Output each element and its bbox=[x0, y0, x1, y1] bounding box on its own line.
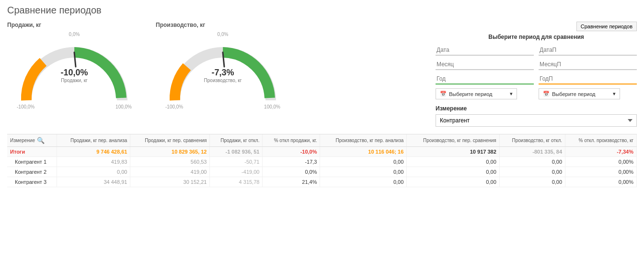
total-val3: -1 082 936, 51 bbox=[210, 147, 263, 157]
table-row: Контрагент 3 34 448,91 30 152,21 4 315,7… bbox=[7, 177, 637, 187]
row1-val4: -17,3 bbox=[263, 157, 320, 167]
period-selectors: 📅 Выберите период ▾ bbox=[436, 45, 637, 99]
dropdown-2-label: Выберите период bbox=[552, 91, 596, 97]
row3-val4: 21,4% bbox=[263, 177, 320, 187]
gauge-top-label-production: 0,0% bbox=[218, 32, 229, 37]
gauge-right-label-sales: 100,0% bbox=[115, 104, 132, 109]
year-input-2[interactable] bbox=[539, 74, 637, 84]
row2-name: Контрагент 2 bbox=[7, 167, 57, 177]
total-val7: -801 335, 84 bbox=[499, 147, 565, 157]
field-row-year1 bbox=[436, 74, 534, 84]
gauge-center-sales: -10,0% Продажи, кг bbox=[60, 68, 88, 83]
gauge-right-label-production: 100,0% bbox=[264, 104, 280, 109]
chart-label-production: Производство, кг bbox=[156, 22, 205, 28]
dropdown-1-arrow: ▾ bbox=[510, 91, 513, 97]
dropdown-2-arrow: ▾ bbox=[613, 91, 616, 97]
row2-val7: 0,00 bbox=[499, 167, 565, 177]
col-header-prod-compare: Производство, кг пер. сравнения bbox=[407, 134, 499, 147]
gauge-percent-sales: -10,0% bbox=[60, 68, 88, 78]
col-header-prod-pct: % откл. производство, кг bbox=[565, 134, 637, 147]
right-panel: Сравнение периодов Выберите период для с… bbox=[436, 22, 637, 127]
row2-val1: 0,00 bbox=[57, 167, 130, 177]
comparison-button[interactable]: Сравнение периодов bbox=[576, 22, 637, 31]
row2-val8: 0,00% bbox=[565, 167, 637, 177]
row1-val8: 0,00% bbox=[565, 157, 637, 167]
gauge-sublabel-production: Производство, кг bbox=[204, 78, 242, 83]
gauge-sales: 0,0% -10,0% Продажи, кг bbox=[17, 31, 132, 108]
year-input-1[interactable] bbox=[436, 74, 534, 84]
month-input-1[interactable] bbox=[436, 60, 534, 70]
row1-val7: 0,00 bbox=[499, 157, 565, 167]
row3-val2: 30 152,21 bbox=[130, 177, 210, 187]
page-title: Сравнение периодов bbox=[7, 5, 637, 16]
row3-val3: 4 315,78 bbox=[210, 177, 263, 187]
row3-val6: 0,00 bbox=[407, 177, 499, 187]
table-section: Измерение 🔍 Продажи, кг пер. анализа Про… bbox=[7, 134, 637, 187]
row1-val6: 0,00 bbox=[407, 157, 499, 167]
field-row-month1 bbox=[436, 60, 534, 70]
row3-name: Контрагент 3 bbox=[7, 177, 57, 187]
period-dropdown-1[interactable]: 📅 Выберите период ▾ bbox=[436, 88, 517, 99]
date-input-1[interactable] bbox=[436, 45, 534, 56]
field-row-year2 bbox=[539, 74, 637, 84]
gauge-sublabel-sales: Продажи, кг bbox=[60, 78, 88, 83]
gauge-center-production: -7,3% Производство, кг bbox=[204, 68, 242, 83]
gauge-left-label-production: -100,0% bbox=[165, 104, 183, 109]
row2-val6: 0,00 bbox=[407, 167, 499, 177]
col-header-sales-compare: Продажи, кг пер. сравнения bbox=[130, 134, 210, 147]
total-val8: -7,34% bbox=[565, 147, 637, 157]
gauge-top-label-sales: 0,0% bbox=[69, 32, 80, 37]
period-col-1: 📅 Выберите период ▾ bbox=[436, 45, 534, 99]
measurement-label: Измерение bbox=[436, 105, 637, 112]
total-val1: 9 746 428,61 bbox=[57, 147, 130, 157]
total-val2: 10 829 365, 12 bbox=[130, 147, 210, 157]
col-header-measurement: Измерение 🔍 bbox=[7, 134, 57, 147]
row2-val5: 0,00 bbox=[320, 167, 407, 177]
row3-val8: 0,00% bbox=[565, 177, 637, 187]
row1-val2: 560,53 bbox=[130, 157, 210, 167]
row3-val7: 0,00 bbox=[499, 177, 565, 187]
gauge-left-label-sales: -100,0% bbox=[17, 104, 34, 109]
row1-val3: -50,71 bbox=[210, 157, 263, 167]
measurement-select[interactable]: Контрагент bbox=[436, 114, 637, 127]
col-header-sales-diff: Продажи, кг откл. bbox=[210, 134, 263, 147]
row2-val2: 419,00 bbox=[130, 167, 210, 177]
row1-name: Контрагент 1 bbox=[7, 157, 57, 167]
chart-label-sales: Продажи, кг bbox=[7, 22, 41, 28]
dropdown-1-label: Выберите период bbox=[449, 91, 493, 97]
col-header-sales-pct: % откл продажи, кг. bbox=[263, 134, 320, 147]
data-table: Измерение 🔍 Продажи, кг пер. анализа Про… bbox=[7, 134, 637, 187]
row3-val5: 0,00 bbox=[320, 177, 407, 187]
col-header-prod-analysis: Производство, кг пер. анализа bbox=[320, 134, 407, 147]
gauge-production: 0,0% -7,3% Производство, кг -100,0% 100,… bbox=[165, 31, 280, 108]
total-val6: 10 917 382 bbox=[407, 147, 499, 157]
field-row-date2 bbox=[539, 45, 637, 56]
total-val5: 10 116 046; 16 bbox=[320, 147, 407, 157]
table-row: Контрагент 2 0,00 419,00 -419,00 0,0% 0,… bbox=[7, 167, 637, 177]
field-row-month2 bbox=[539, 60, 637, 70]
date-input-2[interactable] bbox=[539, 45, 637, 56]
col-header-sales-analysis: Продажи, кг пер. анализа bbox=[57, 134, 130, 147]
chart-block-production: Производство, кг 0,0% -7,3% Производство… bbox=[156, 22, 290, 127]
measurement-search-icon[interactable]: 🔍 bbox=[37, 137, 45, 144]
row2-val3: -419,00 bbox=[210, 167, 263, 177]
col-header-prod-diff: Производство, кг откл. bbox=[499, 134, 565, 147]
comparison-title: Выберите период для сравнения bbox=[436, 34, 637, 40]
charts-area: Продажи, кг 0,0% -10,0% bbox=[7, 22, 431, 127]
field-row-date1 bbox=[436, 45, 534, 56]
total-val4: -10,0% bbox=[263, 147, 320, 157]
chart-block-sales: Продажи, кг 0,0% -10,0% bbox=[7, 22, 141, 127]
total-name: Итоги bbox=[7, 147, 57, 157]
table-row: Контрагент 1 419,83 560,53 -50,71 -17,3 … bbox=[7, 157, 637, 167]
month-input-2[interactable] bbox=[539, 60, 637, 70]
period-col-2: 📅 Выберите период ▾ bbox=[539, 45, 637, 99]
measurement-section: Измерение Контрагент bbox=[436, 105, 637, 127]
table-total-row: Итоги 9 746 428,61 10 829 365, 12 -1 082… bbox=[7, 147, 637, 157]
period-dropdown-2[interactable]: 📅 Выберите период ▾ bbox=[539, 88, 620, 99]
row3-val1: 34 448,91 bbox=[57, 177, 130, 187]
row2-val4: 0,0% bbox=[263, 167, 320, 177]
table-header-row: Измерение 🔍 Продажи, кг пер. анализа Про… bbox=[7, 134, 637, 147]
row1-val5: 0,00 bbox=[320, 157, 407, 167]
gauge-percent-production: -7,3% bbox=[204, 68, 242, 78]
row1-val1: 419,83 bbox=[57, 157, 130, 167]
